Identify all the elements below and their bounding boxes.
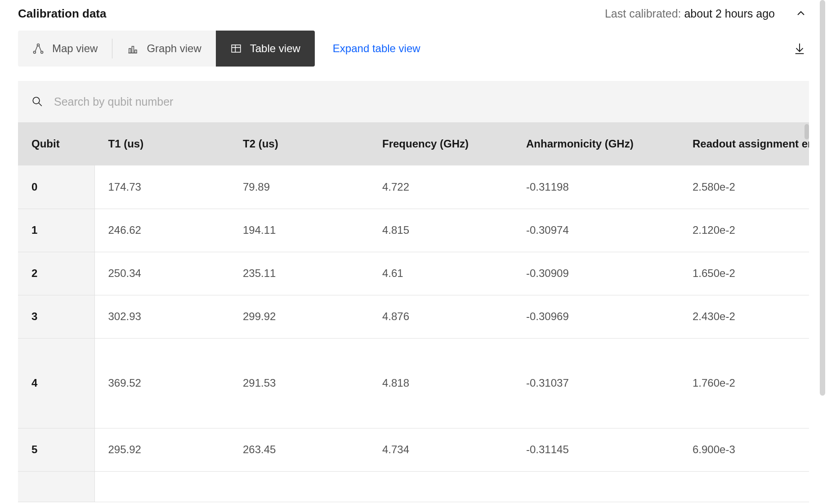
cell-anh: -0.31037: [513, 338, 679, 428]
svg-rect-7: [132, 46, 134, 53]
cell-ro: 1.760e-2: [679, 338, 809, 428]
table-header-row: Qubit T1 (us) T2 (us) Frequency (GHz) An…: [18, 122, 809, 165]
svg-point-1: [33, 51, 36, 54]
cell-freq: 4.734: [369, 428, 513, 471]
cell-qubit: 2: [18, 252, 94, 295]
cell-t1: 369.52: [94, 338, 229, 428]
col-header-t1[interactable]: T1 (us): [94, 122, 229, 165]
scrollbar-thumb[interactable]: [805, 124, 809, 139]
cell-qubit: 1: [18, 209, 94, 252]
toolbar: Map view Graph view: [18, 31, 809, 81]
page-title: Calibration data: [18, 7, 106, 21]
cell-qubit: 4: [18, 338, 94, 428]
cell-t2: [229, 471, 369, 502]
col-header-readout[interactable]: Readout assignment error: [679, 122, 809, 165]
expand-table-link[interactable]: Expand table view: [333, 42, 420, 55]
tab-graph-view-label: Graph view: [147, 42, 201, 55]
cell-qubit: 3: [18, 295, 94, 338]
cell-freq: 4.61: [369, 252, 513, 295]
last-calibrated-label: Last calibrated:: [605, 7, 684, 20]
download-icon: [793, 42, 806, 55]
cell-t1: 302.93: [94, 295, 229, 338]
cell-anh: -0.31145: [513, 428, 679, 471]
cell-t1: 246.62: [94, 209, 229, 252]
cell-t2: 194.11: [229, 209, 369, 252]
cell-t2: 235.11: [229, 252, 369, 295]
cell-ro: [679, 471, 809, 502]
svg-line-15: [39, 103, 42, 106]
cell-freq: [369, 471, 513, 502]
table-row: 0 174.73 79.89 4.722 -0.31198 2.580e-2: [18, 165, 809, 209]
tab-table-view[interactable]: Table view: [216, 31, 315, 67]
col-header-anharmonicity[interactable]: Anharmonicity (GHz): [513, 122, 679, 165]
bar-chart-icon: [127, 43, 139, 54]
last-calibrated: Last calibrated: about 2 hours ago: [605, 7, 775, 20]
tab-map-view-label: Map view: [52, 42, 98, 55]
network-icon: [32, 43, 44, 54]
cell-qubit: 0: [18, 165, 94, 209]
cell-anh: -0.31198: [513, 165, 679, 209]
cell-t2: 263.45: [229, 428, 369, 471]
table-row: 1 246.62 194.11 4.815 -0.30974 2.120e-2: [18, 209, 809, 252]
cell-qubit: [18, 471, 94, 502]
table-row: 3 302.93 299.92 4.876 -0.30969 2.430e-2: [18, 295, 809, 338]
cell-t2: 79.89: [229, 165, 369, 209]
col-header-t2[interactable]: T2 (us): [229, 122, 369, 165]
svg-rect-6: [129, 49, 131, 53]
cell-t1: 250.34: [94, 252, 229, 295]
chevron-up-icon: [796, 8, 806, 19]
cell-anh: [513, 471, 679, 502]
calibration-table: Qubit T1 (us) T2 (us) Frequency (GHz) An…: [18, 122, 809, 502]
svg-line-3: [36, 46, 38, 51]
svg-rect-9: [232, 45, 241, 52]
table-container: Qubit T1 (us) T2 (us) Frequency (GHz) An…: [18, 122, 809, 502]
collapse-button[interactable]: [793, 5, 809, 22]
svg-line-4: [39, 46, 41, 51]
search-icon: [31, 96, 43, 107]
cell-freq: 4.876: [369, 295, 513, 338]
last-calibrated-value: about 2 hours ago: [684, 7, 775, 20]
table-row: [18, 471, 809, 502]
table-row: 5 295.92 263.45 4.734 -0.31145 6.900e-3: [18, 428, 809, 471]
cell-anh: -0.30909: [513, 252, 679, 295]
page-scrollbar-thumb[interactable]: [820, 0, 825, 396]
panel-header: Calibration data Last calibrated: about …: [18, 5, 809, 31]
table-row: 4 369.52 291.53 4.818 -0.31037 1.760e-2: [18, 338, 809, 428]
download-button[interactable]: [790, 39, 809, 58]
tab-table-view-label: Table view: [250, 42, 300, 55]
svg-point-14: [33, 97, 40, 104]
view-tabs: Map view Graph view: [18, 31, 315, 67]
tab-graph-view[interactable]: Graph view: [112, 31, 215, 67]
tab-map-view[interactable]: Map view: [18, 31, 112, 67]
cell-ro: 1.650e-2: [679, 252, 809, 295]
cell-t1: 295.92: [94, 428, 229, 471]
search-input[interactable]: [54, 95, 796, 108]
svg-rect-8: [135, 50, 137, 53]
cell-freq: 4.815: [369, 209, 513, 252]
cell-qubit: 5: [18, 428, 94, 471]
cell-freq: 4.818: [369, 338, 513, 428]
table-icon: [230, 43, 242, 54]
cell-ro: 6.900e-3: [679, 428, 809, 471]
cell-anh: -0.30974: [513, 209, 679, 252]
cell-ro: 2.120e-2: [679, 209, 809, 252]
svg-point-2: [41, 51, 43, 54]
cell-freq: 4.722: [369, 165, 513, 209]
cell-t1: [94, 471, 229, 502]
table-row: 2 250.34 235.11 4.61 -0.30909 1.650e-2: [18, 252, 809, 295]
cell-t2: 291.53: [229, 338, 369, 428]
cell-ro: 2.430e-2: [679, 295, 809, 338]
cell-t2: 299.92: [229, 295, 369, 338]
cell-t1: 174.73: [94, 165, 229, 209]
search-bar[interactable]: [18, 81, 809, 122]
cell-anh: -0.30969: [513, 295, 679, 338]
cell-ro: 2.580e-2: [679, 165, 809, 209]
col-header-frequency[interactable]: Frequency (GHz): [369, 122, 513, 165]
col-header-qubit[interactable]: Qubit: [18, 122, 94, 165]
